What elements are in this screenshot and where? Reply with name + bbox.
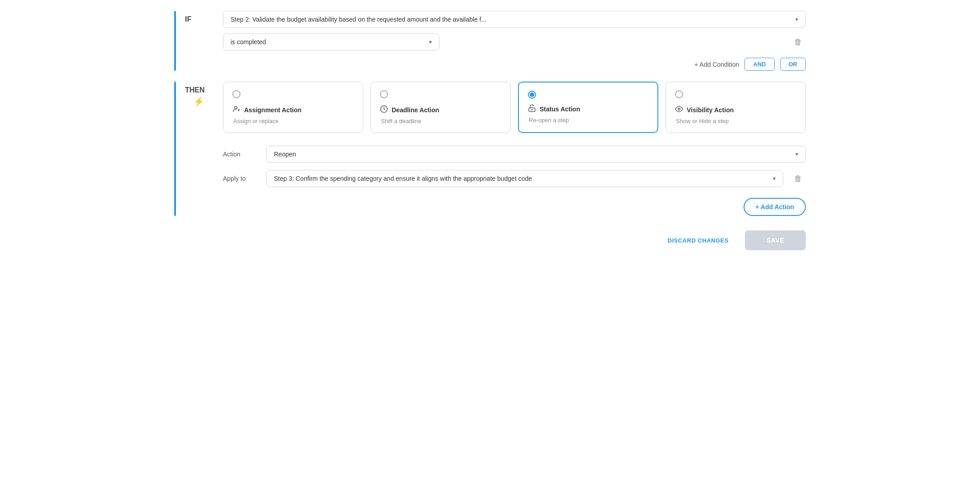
if-section-inner: IF Step 2: Validate the budget availabil… bbox=[185, 11, 806, 50]
apply-to-dropdown-value: Step 3: Confirm the spending category an… bbox=[274, 175, 532, 182]
step-dropdown[interactable]: Step 2: Validate the budget availability… bbox=[223, 11, 806, 28]
assignment-title-row: Assignment Action bbox=[232, 105, 354, 115]
action-cards: Assignment Action Assign or replace bbox=[223, 82, 806, 133]
then-label-wrap: THEN ⚡ bbox=[185, 82, 212, 107]
visibility-title-row: Visibility Action bbox=[675, 105, 796, 115]
if-content: Step 2: Validate the budget availability… bbox=[223, 11, 806, 50]
status-row: is completed ▾ 🗑 bbox=[223, 33, 806, 50]
step-dropdown-arrow: ▾ bbox=[795, 16, 798, 23]
add-condition-button[interactable]: + Add Condition bbox=[694, 61, 739, 68]
apply-to-label: Apply to bbox=[223, 175, 259, 182]
assignment-subtitle: Assign or replace bbox=[232, 118, 354, 124]
page-container: IF Step 2: Validate the budget availabil… bbox=[174, 11, 806, 250]
then-section: THEN ⚡ Assignm bbox=[174, 82, 806, 216]
action-field: Reopen ▾ bbox=[266, 146, 806, 163]
bottom-bar: DISCARD CHANGES SAVE bbox=[174, 230, 806, 250]
discard-button[interactable]: DISCARD CHANGES bbox=[659, 232, 738, 249]
apply-to-dropdown[interactable]: Step 3: Confirm the spending category an… bbox=[266, 170, 783, 187]
visibility-icon bbox=[675, 105, 683, 115]
deadline-icon bbox=[380, 105, 388, 115]
then-section-inner: THEN ⚡ Assignm bbox=[185, 82, 806, 216]
assignment-icon bbox=[232, 105, 240, 115]
action-row: Action Reopen ▾ bbox=[223, 146, 806, 163]
status-dropdown-value: is completed bbox=[231, 38, 266, 46]
deadline-radio[interactable] bbox=[380, 90, 388, 98]
status-title: Status Action bbox=[540, 105, 580, 113]
action-form: Action Reopen ▾ Apply to bbox=[223, 146, 806, 187]
then-label: THEN bbox=[185, 82, 212, 94]
save-button[interactable]: SAVE bbox=[745, 230, 806, 250]
if-label: IF bbox=[185, 11, 212, 23]
deadline-title: Deadline Action bbox=[392, 106, 439, 114]
deadline-subtitle: Shift a deadline bbox=[380, 118, 501, 124]
assignment-radio[interactable] bbox=[232, 90, 240, 98]
action-dropdown-value: Reopen bbox=[274, 151, 296, 158]
deadline-title-row: Deadline Action bbox=[380, 105, 501, 115]
assignment-title: Assignment Action bbox=[244, 106, 301, 114]
step-dropdown-value: Step 2: Validate the budget availability… bbox=[231, 16, 486, 23]
status-dropdown[interactable]: is completed ▾ bbox=[223, 33, 439, 50]
then-content: Assignment Action Assign or replace bbox=[223, 82, 806, 216]
if-section-bar bbox=[174, 11, 176, 71]
deadline-action-card[interactable]: Deadline Action Shift a deadline bbox=[370, 82, 511, 133]
or-button[interactable]: OR bbox=[780, 58, 806, 71]
status-radio[interactable] bbox=[528, 91, 536, 99]
action-label: Action bbox=[223, 151, 259, 158]
visibility-subtitle: Show or Hide a step bbox=[675, 118, 796, 124]
svg-point-4 bbox=[678, 108, 680, 110]
add-action-button[interactable]: + Add Action bbox=[744, 198, 806, 216]
action-dropdown-arrow: ▾ bbox=[795, 151, 798, 157]
apply-to-field: Step 3: Confirm the spending category an… bbox=[266, 170, 783, 187]
visibility-title: Visibility Action bbox=[687, 106, 734, 114]
apply-to-dropdown-arrow: ▾ bbox=[773, 175, 776, 182]
svg-point-3 bbox=[532, 109, 532, 110]
action-dropdown[interactable]: Reopen ▾ bbox=[266, 146, 806, 163]
condition-actions: + Add Condition AND OR bbox=[185, 58, 806, 71]
svg-point-0 bbox=[235, 106, 237, 109]
status-icon bbox=[528, 104, 536, 114]
if-section: IF Step 2: Validate the budget availabil… bbox=[174, 11, 806, 71]
action-delete-icon[interactable]: 🗑 bbox=[790, 170, 806, 187]
status-title-row: Status Action bbox=[528, 104, 648, 114]
assignment-action-card[interactable]: Assignment Action Assign or replace bbox=[223, 82, 363, 133]
visibility-action-card[interactable]: Visibility Action Show or Hide a step bbox=[666, 82, 806, 133]
visibility-radio[interactable] bbox=[675, 90, 683, 98]
status-subtitle: Re-open a step bbox=[528, 117, 648, 124]
condition-delete-icon[interactable]: 🗑 bbox=[790, 34, 806, 50]
status-dropdown-arrow: ▾ bbox=[429, 39, 432, 45]
lightning-icon: ⚡ bbox=[193, 96, 204, 107]
apply-to-row: Apply to Step 3: Confirm the spending ca… bbox=[223, 170, 806, 187]
status-action-card[interactable]: Status Action Re-open a step bbox=[518, 82, 658, 133]
and-button[interactable]: AND bbox=[744, 58, 774, 71]
status-radio-inner bbox=[530, 92, 534, 97]
then-section-bar bbox=[174, 82, 176, 216]
